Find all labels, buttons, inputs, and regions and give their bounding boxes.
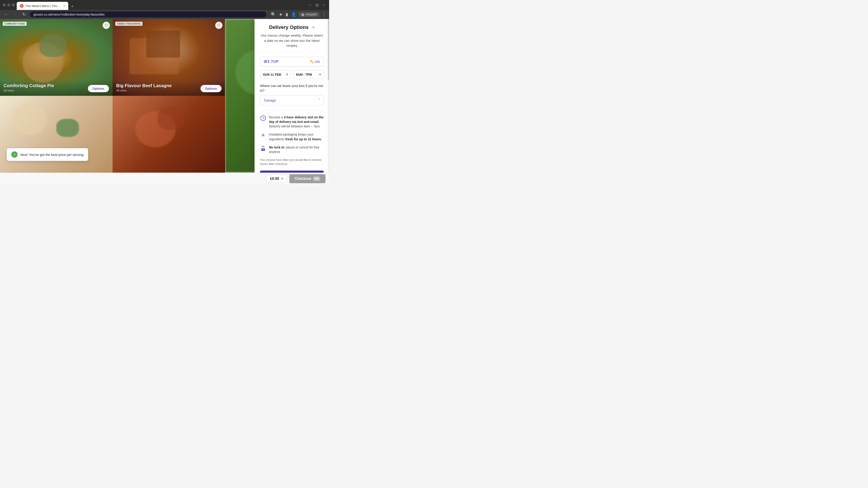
info-item-clock: Receive a 2-hour delivery slot on the da… bbox=[260, 115, 324, 129]
active-tab[interactable]: G This Week's Menu | Choose Fro... × bbox=[17, 2, 68, 10]
extensions-icon[interactable]: ▮ bbox=[286, 12, 288, 17]
food-card-3 bbox=[0, 96, 113, 173]
checkout-button[interactable]: Checkout 5/5 bbox=[289, 174, 326, 183]
price-dropdown-icon: ▼ bbox=[281, 177, 284, 180]
modal-close-button[interactable]: × bbox=[312, 25, 315, 30]
checkout-count-badge: 5/5 bbox=[313, 176, 320, 181]
reload-button[interactable]: ↻ bbox=[21, 11, 27, 18]
search-icon[interactable]: 🔍 bbox=[271, 12, 276, 17]
info-list: Receive a 2-hour delivery slot on the da… bbox=[260, 111, 324, 154]
edit-postcode-link[interactable]: ✏️ edit bbox=[310, 60, 320, 64]
incognito-badge: 🤖 Incognito bbox=[299, 12, 319, 17]
info-item-snowflake: ✳ Insulated packaging keeps your ingredi… bbox=[260, 132, 324, 141]
price-pill[interactable]: £0.00 ▼ bbox=[267, 175, 287, 183]
footer-note: You choose how often you would like to r… bbox=[260, 158, 324, 166]
date-select-wrapper: SUN 11 FEB MON 12 FEB TUE 13 FEB ▼ bbox=[260, 70, 291, 79]
delivery-modal: Delivery Options × Our menus change week… bbox=[254, 19, 329, 173]
location-select-wrapper: Garage Front door Back door Neighbour Ot… bbox=[260, 96, 324, 105]
location-select[interactable]: Garage Front door Back door Neighbour Ot… bbox=[260, 96, 324, 105]
tab-favicon: G bbox=[20, 4, 24, 8]
card-2-favorite-button[interactable]: ♡ bbox=[215, 22, 222, 29]
snowflake-icon: ✳ bbox=[260, 132, 266, 138]
price-text: £0.00 bbox=[270, 177, 279, 181]
modal-title: Delivery Options × bbox=[260, 24, 324, 30]
card-2-label: FAMILY FAVOURITE bbox=[115, 22, 143, 26]
food-card-2: FAMILY FAVOURITE ♡ Big Flavour Beef Lasa… bbox=[113, 19, 225, 96]
new-tab-button[interactable]: + bbox=[69, 3, 75, 10]
date-select[interactable]: SUN 11 FEB MON 12 FEB TUE 13 FEB bbox=[260, 70, 291, 79]
leave-box-label: Where can we leave your box if you're no… bbox=[260, 84, 324, 93]
card-1-label: COMFORT FOOD bbox=[3, 22, 27, 26]
time-select-wrapper: 8AM - 7PM 8AM - 12PM 12PM - 4PM ▼ bbox=[293, 70, 324, 79]
browser-chrome: G This Week's Menu | Choose Fro... × + –… bbox=[0, 0, 329, 10]
url-text: gousto.co.uk/menu?collection=everyday-fa… bbox=[33, 13, 105, 16]
minimize-button[interactable]: – bbox=[307, 2, 313, 8]
address-icons: 🔍 ★ ▮ 👤 bbox=[271, 12, 296, 17]
toast-notification: ✓ Nice! You've got the best price per se… bbox=[7, 148, 88, 161]
back-button[interactable]: ← bbox=[3, 11, 9, 18]
datetime-row: SUN 11 FEB MON 12 FEB TUE 13 FEB ▼ 8AM -… bbox=[260, 70, 324, 79]
tab-title: This Week's Menu | Choose Fro... bbox=[25, 4, 61, 8]
modal-header: Delivery Options × Our menus change week… bbox=[254, 19, 329, 52]
url-bar[interactable]: gousto.co.uk/menu?collection=everyday-fa… bbox=[30, 11, 266, 18]
info-text-snowflake: Insulated packaging keeps your ingredien… bbox=[269, 132, 324, 141]
info-text-clock: Receive a 2-hour delivery slot on the da… bbox=[269, 115, 324, 129]
info-text-lock: No lock in: pause or cancel for free any… bbox=[269, 145, 324, 154]
modal-scrollbar[interactable] bbox=[328, 19, 329, 173]
browser-tabs: G This Week's Menu | Choose Fro... × + bbox=[17, 0, 306, 10]
browser-menu-button[interactable]: ⋮ bbox=[322, 12, 327, 17]
toast-message: Nice! You've got the best price per serv… bbox=[20, 153, 84, 157]
food-card-1: COMFORT FOOD ♡ Comforting Cottage Pie 30… bbox=[0, 19, 113, 96]
clock-icon bbox=[260, 115, 266, 121]
modal-body: W3 7UP ✏️ edit SUN 11 FEB MON 12 FEB TUE… bbox=[254, 52, 329, 173]
postcode-row: W3 7UP ✏️ edit bbox=[260, 57, 324, 67]
postcode-text: W3 7UP bbox=[264, 60, 279, 64]
bookmark-icon[interactable]: ★ bbox=[279, 12, 283, 17]
restore-button[interactable]: ⊡ bbox=[314, 2, 320, 8]
toast-check-icon: ✓ bbox=[11, 151, 18, 158]
address-bar: ← → ↻ gousto.co.uk/menu?collection=every… bbox=[0, 10, 329, 19]
time-select[interactable]: 8AM - 7PM 8AM - 12PM 12PM - 4PM bbox=[293, 70, 324, 79]
modal-scrollbar-thumb bbox=[328, 19, 329, 80]
modal-subtitle: Our menus change weekly. Please select a… bbox=[260, 33, 324, 48]
card-1-options-button[interactable]: Options bbox=[88, 85, 109, 92]
pencil-icon: ✏️ bbox=[310, 60, 314, 64]
main-content: COMFORT FOOD ♡ Comforting Cottage Pie 30… bbox=[0, 19, 329, 173]
food-card-4 bbox=[113, 96, 225, 173]
no-lock-icon bbox=[260, 145, 266, 151]
incognito-icon: 🤖 bbox=[301, 13, 305, 16]
window-controls: – ⊡ × bbox=[307, 2, 327, 8]
card-1-favorite-button[interactable]: ♡ bbox=[103, 22, 110, 29]
info-item-lock: No lock in: pause or cancel for free any… bbox=[260, 145, 324, 154]
close-button[interactable]: × bbox=[321, 2, 327, 8]
profile-icon[interactable]: 👤 bbox=[291, 12, 296, 17]
forward-button[interactable]: → bbox=[12, 11, 18, 18]
tab-close-button[interactable]: × bbox=[63, 4, 65, 8]
bottom-bar: £0.00 ▼ Checkout 5/5 bbox=[0, 173, 329, 184]
update-delivery-date-button[interactable]: Update delivery date bbox=[260, 170, 324, 173]
card-2-options-button[interactable]: Options bbox=[200, 85, 221, 92]
